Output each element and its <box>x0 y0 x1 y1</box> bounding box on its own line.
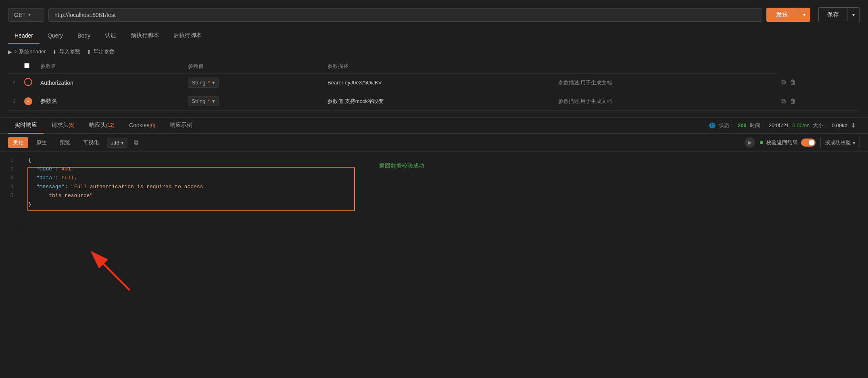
code-line-4b: this resource" <box>28 191 359 200</box>
tab-response-example[interactable]: 响应示例 <box>163 118 199 134</box>
col-param-name: 参数名 <box>36 59 184 74</box>
response-tabs-left: 实时响应 请求头(6) 响应头(12) Cookies(0) 响应示例 <box>8 118 199 133</box>
code-line-3: "data": null, <box>28 174 359 183</box>
import-params-item[interactable]: ⬇ 导入参数 <box>52 48 80 55</box>
validate-toggle[interactable] <box>801 139 816 147</box>
url-bar: GET ▾ 发送 ▾ 保存 ▾ <box>0 4 868 25</box>
size-value: 0.09kb <box>832 122 847 128</box>
import-params-label: 导入参数 <box>59 48 80 55</box>
request-tabs-bar: Header Query Body 认证 预执行脚本 后执行脚本 <box>0 28 868 44</box>
method-chevron-icon: ▾ <box>28 12 31 18</box>
format-beautify-button[interactable]: 美化 <box>8 137 28 148</box>
format-bar: 美化 原生 预览 可视化 utf8 ▾ ⧉ ▶ 校验返回结果 按成功校验 <box>0 134 868 152</box>
row1-type-selector[interactable]: String * ▾ <box>188 78 219 88</box>
col-param-value: 参数值 <box>184 59 323 74</box>
row1-actions: ⧉ 🗑 <box>781 79 856 86</box>
format-bar-right: ▶ 校验返回结果 按成功校验 ▾ <box>745 137 860 148</box>
validate-type-label: 按成功校验 <box>825 139 851 146</box>
code-line-4: "message": "Full authentication is requi… <box>28 183 359 191</box>
format-raw-button[interactable]: 原生 <box>31 137 52 148</box>
col-param-desc: 参数描述 <box>323 59 554 74</box>
export-params-item[interactable]: ⬆ 导出参数 <box>87 48 115 55</box>
size-label: 大小： <box>813 122 828 129</box>
row2-param-desc: 参数描述,用于生成文档 <box>554 92 777 111</box>
encoding-selector[interactable]: utf8 ▾ <box>107 138 127 148</box>
code-content: { "code": 401, "data": null, "message": … <box>24 156 363 229</box>
line-numbers: 1 2 3 4 5 <box>0 156 20 229</box>
col-drag <box>8 59 20 74</box>
row1-type-chevron-icon: ▾ <box>212 80 215 86</box>
select-all-checkbox[interactable] <box>24 63 29 68</box>
format-visual-button[interactable]: 可视化 <box>78 137 104 148</box>
row2-type-selector[interactable]: String * ▾ <box>188 96 219 106</box>
response-tabs-bar: 实时响应 请求头(6) 响应头(12) Cookies(0) 响应示例 🌐 状态… <box>0 118 868 134</box>
response-meta: 🌐 状态： 200 时间： 20:05:21 5.00ms 大小： 0.09kb… <box>709 122 860 129</box>
send-dropdown-button[interactable]: ▾ <box>798 8 810 22</box>
tab-realtime-response[interactable]: 实时响应 <box>8 118 44 134</box>
url-input[interactable] <box>48 8 762 22</box>
method-label: GET <box>14 12 26 18</box>
save-dropdown-button[interactable]: ▾ <box>847 7 860 22</box>
tab-body[interactable]: Body <box>71 28 97 44</box>
row2-actions: ⧉ 🗑 <box>781 98 856 105</box>
code-content-area: 1 2 3 4 5 { "code": 401, "data": null, "… <box>0 152 363 233</box>
row2-type-chevron-icon: ▾ <box>212 98 215 104</box>
copy-response-icon[interactable]: ⧉ <box>131 137 142 148</box>
col-check <box>20 59 36 74</box>
tab-pre-script[interactable]: 预执行脚本 <box>124 28 165 44</box>
send-button[interactable]: 发送 <box>766 8 798 22</box>
validate-status-dot <box>760 141 763 144</box>
upload-icon: ⬆ <box>87 49 91 55</box>
row2-delete-icon[interactable]: 🗑 <box>790 98 796 105</box>
validate-row: 校验返回结果 <box>760 139 816 147</box>
code-area-container: 1 2 3 4 5 { "code": 401, "data": null, "… <box>0 152 868 233</box>
row1-param-name: Authorization <box>36 74 184 92</box>
chevron-right-icon: ▶ <box>8 49 12 55</box>
validate-success-message: 返回数据校验成功 <box>371 158 860 174</box>
col-actions <box>554 59 777 74</box>
tab-cookies[interactable]: Cookies(0) <box>123 118 162 133</box>
row1-checkbox[interactable] <box>24 78 32 86</box>
send-button-group: 发送 ▾ <box>766 8 810 22</box>
params-table: 参数名 参数值 参数描述 ⠿ Authorization <box>8 59 860 111</box>
format-bar-left: 美化 原生 预览 可视化 utf8 ▾ ⧉ <box>8 137 142 148</box>
validate-label: 校验返回结果 <box>766 139 798 146</box>
validate-type-selector[interactable]: 按成功校验 ▾ <box>820 137 860 148</box>
params-section: 参数名 参数值 参数描述 ⠿ Authorization <box>0 59 868 111</box>
row1-type-label: String <box>192 80 205 86</box>
download-response-icon[interactable]: ⬇ <box>851 122 856 129</box>
duration-value: 5.00ms <box>792 122 810 128</box>
format-preview-button[interactable]: 预览 <box>55 137 75 148</box>
time-value: 20:05:21 <box>769 122 789 128</box>
code-line-2: "code": 401, <box>28 165 359 174</box>
row1-param-desc: 参数描述,用于生成文档 <box>554 74 777 92</box>
expand-button[interactable]: ▶ <box>745 137 755 148</box>
download-icon: ⬇ <box>52 49 57 55</box>
save-button[interactable]: 保存 <box>818 7 847 22</box>
drag-handle-icon[interactable]: ⠿ <box>12 99 16 105</box>
tab-auth[interactable]: 认证 <box>98 28 123 44</box>
annotation-arrow <box>89 249 137 298</box>
response-section: 实时响应 请求头(6) 响应头(12) Cookies(0) 响应示例 🌐 状态… <box>0 117 868 233</box>
code-line-5: } <box>28 200 359 209</box>
status-code: 200 <box>738 122 747 128</box>
validate-type-chevron-icon: ▾ <box>853 140 855 146</box>
row2-type-label: String <box>192 98 205 104</box>
code-line-1: { <box>28 156 359 165</box>
system-header-item[interactable]: ▶ > 系统header <box>8 48 46 55</box>
row2-copy-icon[interactable]: ⧉ <box>781 98 786 105</box>
system-header-label: > 系统header <box>15 48 46 55</box>
tab-post-script[interactable]: 后执行脚本 <box>167 28 208 44</box>
method-selector[interactable]: GET ▾ <box>8 8 44 22</box>
tab-header[interactable]: Header <box>8 28 40 44</box>
encoding-label: utf8 <box>111 140 119 146</box>
tab-response-headers[interactable]: 响应头(12) <box>83 118 121 134</box>
tab-query[interactable]: Query <box>41 28 69 44</box>
row2-checkbox[interactable] <box>24 97 32 105</box>
tab-request-headers[interactable]: 请求头(6) <box>45 118 81 134</box>
row2-param-name: 参数名 <box>36 92 184 111</box>
time-label: 时间： <box>750 122 766 129</box>
row1-copy-icon[interactable]: ⧉ <box>781 79 786 86</box>
row1-delete-icon[interactable]: 🗑 <box>790 79 796 86</box>
drag-handle-icon[interactable]: ⠿ <box>12 80 16 86</box>
